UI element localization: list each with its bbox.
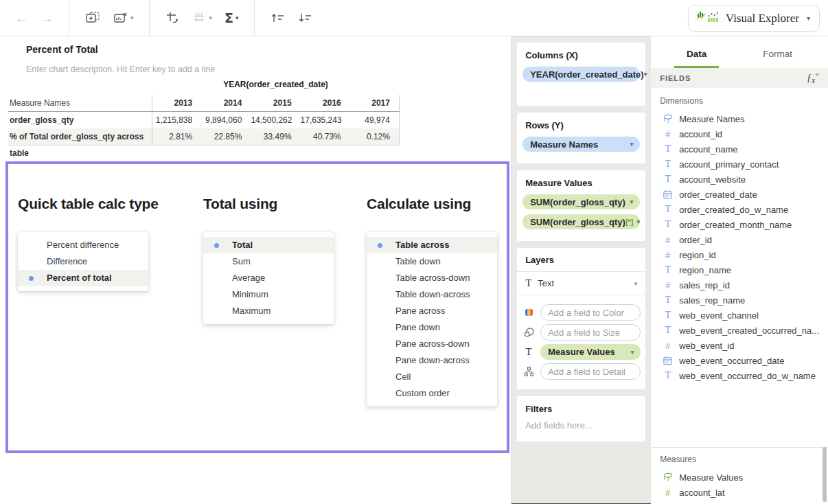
redo-forward-icon[interactable]: → <box>41 12 54 25</box>
field-list-item[interactable]: Torder_created_do_w_name <box>651 202 828 217</box>
field-list-item[interactable]: Tweb_event_occurred_do_w_name <box>651 368 828 383</box>
measure-values-shelf: Measure Values SUM(order_gloss_qty)▾SUM(… <box>517 170 645 241</box>
field-pill[interactable]: YEAR(order_created_date)▾ <box>522 67 640 82</box>
chart-type-label: Visual Explorer <box>726 12 799 25</box>
table-calc-badge: [*] <box>625 218 634 226</box>
menu-item[interactable]: Pane across <box>367 303 497 319</box>
field-name: Measure Values <box>679 472 743 483</box>
calc-menu-title: Quick table calc type <box>18 196 159 212</box>
field-list-item[interactable]: #region_id <box>651 247 828 262</box>
sidebar-tabs: Data Format <box>651 36 828 68</box>
menu-item[interactable]: Maximum <box>203 303 334 319</box>
sort-descending-icon[interactable] <box>297 12 312 24</box>
field-list-item[interactable]: Taccount_website <box>651 172 828 187</box>
field-list-item[interactable]: #account_lat <box>651 485 828 500</box>
field-pill[interactable]: Measure Names▾ <box>522 137 640 152</box>
chart-type-selector[interactable]: Visual Explorer ▾ <box>688 5 820 32</box>
field-pill[interactable]: SUM(order_gloss_qty)▾ <box>522 194 640 209</box>
tab-format[interactable]: Format <box>750 43 805 68</box>
field-list-item[interactable]: order_created_date <box>651 187 828 202</box>
menu-item[interactable]: Table down-across <box>367 286 497 303</box>
menu-item[interactable]: Percent difference <box>18 237 148 253</box>
row-header-label: Measure Names <box>8 95 152 111</box>
chart-canvas: Percent of Total Enter chart description… <box>0 36 511 504</box>
pill-dropdown-icon[interactable]: ▾ <box>630 198 634 205</box>
field-pill[interactable]: SUM(order_gloss_qty)[*]▾ <box>522 214 640 229</box>
menu-item[interactable]: Table across <box>367 237 497 253</box>
pill-dropdown-icon[interactable]: ▾ <box>630 141 634 148</box>
swap-axes-icon[interactable] <box>165 10 180 25</box>
field-drop-target[interactable]: Add a field to Color <box>540 304 641 321</box>
table-cell: 9,894,060 <box>201 112 251 128</box>
rows-shelf-title: Rows (Y) <box>525 120 637 130</box>
menu-item[interactable]: Pane down-across <box>367 352 497 369</box>
field-list-item[interactable]: #web_event_id <box>651 338 828 353</box>
pill-dropdown-icon[interactable]: ▾ <box>631 349 634 356</box>
field-list-item[interactable]: Tregion_name <box>651 262 828 277</box>
field-list-item[interactable]: #account_id <box>651 126 828 141</box>
menu-item[interactable]: Table across-down <box>367 270 497 286</box>
pill-dropdown-icon[interactable]: ▾ <box>644 71 647 78</box>
undo-back-icon[interactable]: ← <box>15 12 28 25</box>
remove-chart-dropdown-icon[interactable]: ▾ <box>130 14 134 21</box>
sidebar-scrollbar[interactable] <box>823 447 827 502</box>
sort-ascending-icon[interactable] <box>270 12 285 24</box>
menu-item[interactable]: Difference <box>18 253 148 270</box>
measures-list: TMeasure Values#account_lat <box>651 470 828 500</box>
field-drop-target[interactable]: Add a field to Detail <box>540 363 641 380</box>
layer-slot-text: TMeasure Values▾ <box>522 344 641 360</box>
field-list-item[interactable]: #order_id <box>651 232 828 247</box>
menu-item[interactable]: Cell <box>367 369 497 385</box>
menu-item[interactable]: Percent of total <box>18 270 148 286</box>
menu-item[interactable]: Average <box>203 270 334 286</box>
field-list-item[interactable]: Taccount_primary_contact <box>651 157 828 172</box>
field-list-item[interactable]: Tweb_event_created_occurred_na... <box>651 323 828 338</box>
aggregate-dropdown-icon[interactable]: ▾ <box>235 14 239 21</box>
field-drop-target[interactable]: Add a field to Size <box>540 324 641 341</box>
table-cell: 17,635,243 <box>301 112 350 128</box>
aggregate-sigma-icon[interactable]: Σ ▾ <box>225 10 239 25</box>
table-cell: 2.81% <box>152 128 201 145</box>
field-list-item[interactable]: TMeasure Names <box>651 111 828 126</box>
layer-slot-detail: Add a field to Detail <box>522 363 641 380</box>
field-pill-label: Measure Values <box>548 347 615 357</box>
menu-item[interactable]: Custom order <box>367 385 497 402</box>
menu-item[interactable]: Table down <box>367 253 497 270</box>
field-list-item[interactable]: TMeasure Values <box>651 470 828 485</box>
field-name: order_created_do_w_name <box>679 205 788 215</box>
chart-title[interactable]: Percent of Total <box>26 44 98 55</box>
field-name: web_event_created_occurred_na... <box>679 325 819 336</box>
chart-description-placeholder[interactable]: Enter chart description. Hit Enter key t… <box>26 65 215 74</box>
visual-explorer-window: ← → ▾ ▾ Σ ▾ <box>0 0 828 504</box>
tab-data[interactable]: Data <box>674 43 719 68</box>
field-list-item[interactable]: Tweb_event_channel <box>651 308 828 323</box>
layer-type-selector[interactable]: T Text ▾ <box>517 272 645 295</box>
menu-item[interactable]: Total <box>203 237 334 253</box>
field-list-item[interactable]: Taccount_name <box>651 141 828 157</box>
menu-item[interactable]: Pane across-down <box>367 336 497 352</box>
add-formula-icon[interactable]: ƒx+ <box>807 71 819 85</box>
menu-item[interactable]: Pane down <box>367 319 497 336</box>
layers-shelf: Layers T Text ▾ Add a field to ColorAdd … <box>517 248 645 389</box>
pill-dropdown-icon[interactable]: ▾ <box>636 218 640 225</box>
text-icon: T <box>663 159 673 169</box>
measure-row-label: order_gloss_qty <box>8 112 152 128</box>
column-field-label: YEAR(order_created_date) <box>152 80 400 95</box>
chart-spacing-icon[interactable]: ▾ <box>192 10 213 25</box>
field-list-item[interactable]: web_event_occurred_date <box>651 353 828 368</box>
duplicate-chart-icon[interactable] <box>84 11 101 25</box>
field-list-item[interactable]: #sales_rep_id <box>651 277 828 293</box>
chart-spacing-dropdown-icon[interactable]: ▾ <box>209 14 213 21</box>
filters-shelf: Filters Add fields here... <box>517 396 645 442</box>
dimensions-list: TMeasure Names#account_idTaccount_nameTa… <box>651 111 828 383</box>
field-pill[interactable]: Measure Values▾ <box>540 344 641 360</box>
menu-item[interactable]: Minimum <box>203 286 334 303</box>
field-list-item[interactable]: Tsales_rep_name <box>651 293 828 308</box>
measure-values-title: Measure Values <box>525 178 637 188</box>
calc-menu: TotalSumAverageMinimumMaximum <box>203 232 334 324</box>
menu-item[interactable]: Sum <box>203 253 334 270</box>
remove-chart-icon[interactable]: ▾ <box>113 11 134 25</box>
filters-drop-target[interactable]: Add fields here... <box>525 420 637 431</box>
field-list-item[interactable]: Torder_created_month_name <box>651 217 828 232</box>
annotation-highlight-box: Quick table calc typePercent differenceD… <box>5 161 509 453</box>
